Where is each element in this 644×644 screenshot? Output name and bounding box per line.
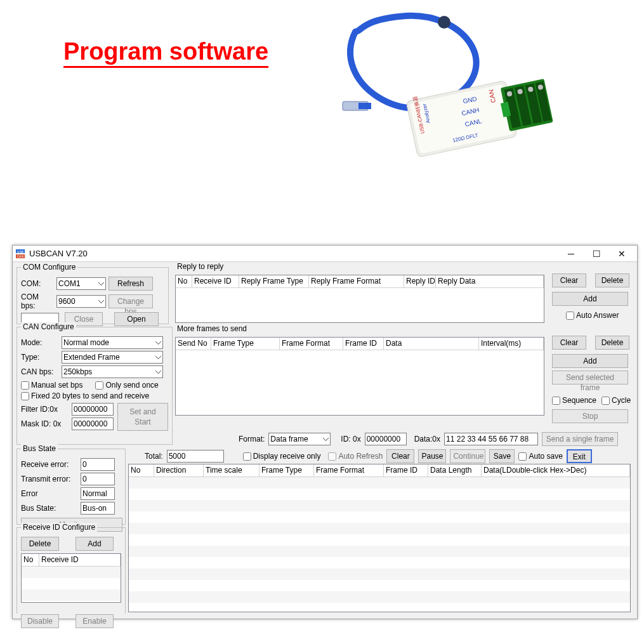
- reply-delete-button[interactable]: Delete: [595, 273, 629, 287]
- filter-id-label: Filter ID:0x: [21, 405, 69, 414]
- type-label: Type:: [21, 353, 59, 362]
- can-bps-label: CAN bps:: [21, 367, 59, 376]
- mask-id-input[interactable]: [72, 417, 114, 430]
- open-com-button[interactable]: Open: [114, 312, 159, 326]
- refresh-button[interactable]: Refresh: [108, 277, 153, 291]
- error-field: [81, 487, 115, 500]
- only-send-once-checkbox[interactable]: Only send once: [95, 381, 158, 390]
- main-th-6: Data Length: [428, 464, 482, 476]
- more-frames-group: More frames to send Send No Frame Type F…: [175, 329, 631, 428]
- svg-text:USB: USB: [17, 249, 24, 253]
- filter-id-input[interactable]: [72, 403, 114, 416]
- close-button[interactable]: ✕: [609, 246, 634, 261]
- main-th-0: No: [129, 464, 154, 476]
- rx-id-configure-legend: Receive ID Configure: [21, 523, 97, 532]
- can-configure-legend: CAN Configure: [21, 322, 76, 331]
- svg-rect-1: [358, 103, 371, 109]
- minimize-button[interactable]: ─: [558, 246, 584, 261]
- com-bps-label: COM bps:: [21, 292, 54, 310]
- main-th-7: Data(LDouble-click Hex->Dec): [482, 464, 630, 476]
- usbcan-app-icon: USBCAN: [15, 249, 25, 259]
- main-th-5: Frame ID: [384, 464, 428, 476]
- can-configure-group: CAN Configure Mode: Normal mode Type: Ex…: [16, 327, 173, 445]
- send-id-label: ID: 0x: [341, 435, 360, 444]
- svg-point-2: [438, 16, 450, 29]
- save-button[interactable]: Save: [489, 449, 515, 463]
- continue-button[interactable]: Continue: [450, 449, 485, 463]
- send-data-input[interactable]: [444, 433, 538, 445]
- main-th-1: Direction: [154, 464, 204, 476]
- reply-to-reply-group: Reply to reply No Receive ID Reply Frame…: [175, 267, 631, 325]
- total-field[interactable]: [167, 450, 224, 463]
- tx-error-label: Transmit error:: [21, 475, 78, 483]
- send-single-row: Format: Data frame ID: 0x Data:0x Send a…: [239, 431, 632, 447]
- mf-clear-button[interactable]: Clear: [552, 336, 586, 350]
- titlebar[interactable]: USBCAN USBCAN V7.20 ─ ☐ ✕: [13, 246, 637, 262]
- change-bps-button[interactable]: Change bps: [108, 294, 153, 308]
- reply-clear-button[interactable]: Clear: [552, 273, 586, 287]
- set-and-start-button[interactable]: Set and Start: [117, 403, 168, 431]
- mf-th-1: Frame Type: [211, 338, 280, 350]
- mask-id-label: Mask ID: 0x: [21, 419, 69, 428]
- rx-id-disable-button[interactable]: Disable: [21, 614, 59, 628]
- app-window: USBCAN USBCAN V7.20 ─ ☐ ✕ COM Configure …: [12, 245, 638, 619]
- error-label: Error: [21, 489, 78, 498]
- maximize-button[interactable]: ☐: [584, 246, 609, 261]
- window-title: USBCAN V7.20: [29, 249, 558, 258]
- rx-id-enable-button[interactable]: Enable: [76, 614, 114, 628]
- product-photo: USB-CAN转换器 Analyzer GND CANH CANL 120Ω D…: [336, 6, 571, 197]
- manual-bps-checkbox[interactable]: Manual set bps: [21, 381, 82, 390]
- reply-add-button[interactable]: Add: [552, 292, 628, 306]
- exit-button[interactable]: Exit: [567, 449, 592, 463]
- reply-table[interactable]: No Receive ID Reply Frame Type Reply Fra…: [175, 275, 544, 323]
- rx-id-add-button[interactable]: Add: [76, 537, 114, 551]
- pause-button[interactable]: Pause: [418, 449, 446, 463]
- more-frames-legend: More frames to send: [175, 324, 249, 333]
- mf-th-2: Frame Format: [280, 338, 343, 350]
- total-label: Total:: [145, 452, 163, 461]
- main-th-4: Frame Format: [314, 464, 384, 476]
- can-bps-select[interactable]: 250kbps: [62, 365, 163, 378]
- auto-save-checkbox[interactable]: Auto save: [518, 452, 562, 461]
- reply-th-1: Receive ID: [192, 275, 239, 287]
- rx-id-delete-button[interactable]: Delete: [21, 537, 59, 551]
- rx-id-th-no: No: [22, 554, 39, 566]
- rx-id-configure-group: Receive ID Configure Delete Add No Recei…: [16, 527, 126, 614]
- sequence-checkbox[interactable]: Sequence: [552, 396, 596, 405]
- more-frames-table[interactable]: Send No Frame Type Frame Format Frame ID…: [175, 337, 544, 416]
- reply-th-0: No: [176, 275, 192, 287]
- com-bps-select[interactable]: 9600: [56, 295, 106, 308]
- auto-refresh-checkbox[interactable]: Auto Refresh: [328, 452, 383, 461]
- page-heading: Program software: [63, 38, 268, 65]
- rx-error-label: Receive error:: [21, 460, 78, 469]
- bus-state-group: Bus State Receive error: Transmit error:…: [16, 449, 126, 525]
- reply-legend: Reply to reply: [175, 262, 225, 271]
- mf-th-4: Data: [384, 338, 479, 350]
- rx-id-table[interactable]: No Receive ID: [21, 553, 121, 603]
- svg-text:CAN: CAN: [17, 254, 24, 258]
- send-selected-button[interactable]: Send selected frame: [552, 371, 628, 384]
- rx-error-field: [81, 458, 115, 471]
- display-rx-only-checkbox[interactable]: Display receive only: [243, 452, 321, 461]
- reply-th-3: Reply Frame Format: [309, 275, 404, 287]
- main-toolbar: Total: Display receive only Auto Refresh…: [132, 449, 631, 464]
- auto-answer-checkbox[interactable]: Auto Answer: [566, 311, 619, 320]
- cycle-checkbox[interactable]: Cycle: [601, 396, 631, 405]
- type-select[interactable]: Extended Frame: [62, 351, 163, 364]
- mf-th-5: Interval(ms): [479, 338, 544, 350]
- main-clear-button[interactable]: Clear: [386, 449, 414, 463]
- com-configure-group: COM Configure COM: COM1 Refresh COM bps:…: [16, 267, 169, 324]
- mode-select[interactable]: Normal mode: [62, 336, 163, 349]
- send-single-button[interactable]: Send a single frame: [542, 432, 618, 446]
- mf-th-0: Send No: [176, 338, 211, 350]
- com-port-select[interactable]: COM1: [56, 277, 106, 290]
- format-select[interactable]: Data frame: [268, 433, 331, 445]
- reply-th-2: Reply Frame Type: [239, 275, 309, 287]
- tx-error-field: [81, 473, 115, 485]
- mf-delete-button[interactable]: Delete: [595, 336, 629, 350]
- main-table[interactable]: No Direction Time scale Frame Type Frame…: [128, 464, 631, 612]
- fixed-20-checkbox[interactable]: Fixed 20 bytes to send and receive: [21, 391, 149, 400]
- send-id-input[interactable]: [365, 433, 407, 445]
- stop-button[interactable]: Stop: [552, 409, 628, 423]
- mf-add-button[interactable]: Add: [552, 354, 628, 368]
